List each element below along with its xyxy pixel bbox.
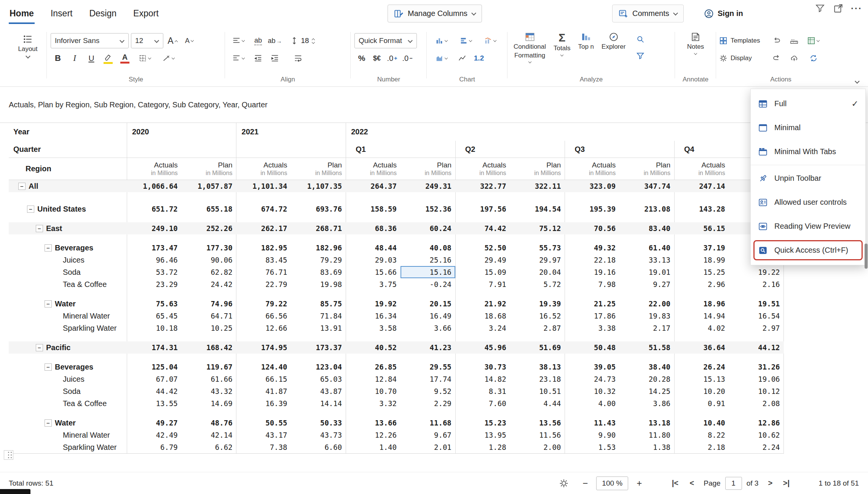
data-cell[interactable]: 55.73 [510,242,565,254]
line-chart-button[interactable] [455,51,469,66]
data-cell[interactable]: 21.25 [565,298,619,310]
data-cell[interactable]: 75.63 [127,298,182,310]
underline-button[interactable]: U [84,51,99,66]
vertical-scrollbar[interactable] [865,244,868,269]
quarter-header[interactable]: Q3 [565,141,674,158]
layout-button[interactable]: Layout [9,34,47,59]
data-cell[interactable]: 693.76 [291,203,346,215]
table-drag-handle[interactable] [4,450,13,460]
data-cell[interactable]: 4.02 [674,322,729,334]
data-cell[interactable]: 15.13 [674,373,729,385]
data-cell[interactable]: 3.32 [346,397,400,410]
data-cell[interactable]: 125.04 [127,361,182,373]
data-cell[interactable]: 119.67 [182,361,236,373]
data-cell[interactable]: 15.66 [346,266,400,278]
data-cell[interactable]: 44.12 [729,341,784,354]
data-cell[interactable]: 2.96 [674,278,729,290]
data-cell[interactable]: 74.42 [455,222,510,234]
column-header-plan[interactable]: Planin Millions [510,158,565,180]
table-settings-button[interactable] [557,476,571,491]
data-cell[interactable]: 252.26 [182,222,236,234]
row-label[interactable]: Juices [9,256,127,265]
font-size-select[interactable]: 12 [131,33,163,48]
data-cell[interactable]: 7.60 [455,397,510,410]
collapse-toggle-icon[interactable]: − [45,244,52,252]
data-cell[interactable]: 41.23 [400,341,455,354]
data-cell[interactable]: 37.19 [674,242,729,254]
row-label[interactable]: −Beverages [9,244,127,252]
data-cell[interactable]: 249.31 [400,180,455,192]
data-cell[interactable]: 247.14 [674,180,729,192]
data-cell[interactable]: 29.55 [400,361,455,373]
data-cell[interactable]: 43.73 [291,429,346,441]
data-cell[interactable]: 19.16 [565,266,619,278]
menu-item-full[interactable]: Full✓ [751,92,865,116]
data-cell[interactable]: 18.68 [455,310,510,322]
data-cell[interactable]: 177.30 [182,242,236,254]
data-cell[interactable]: 18.96 [674,298,729,310]
data-cell[interactable]: 16.49 [400,310,455,322]
data-cell[interactable]: 322.77 [455,180,510,192]
conditional-formatting-button[interactable]: Conditional Formatting [510,32,550,64]
open-in-new-window-icon[interactable] [832,2,844,14]
previous-page-button[interactable]: < [685,476,699,491]
data-cell[interactable]: 14.82 [455,373,510,385]
data-cell[interactable]: 40.08 [400,242,455,254]
data-cell[interactable]: 16.34 [346,310,400,322]
data-cell[interactable]: 12.66 [236,322,291,334]
data-cell[interactable]: 9.90 [565,429,619,441]
highlight-color-button[interactable] [101,51,115,66]
data-cell[interactable]: 655.18 [182,203,236,215]
data-cell[interactable]: 262.17 [236,222,291,234]
data-cell[interactable]: 43.32 [182,385,236,397]
last-page-button[interactable]: >| [779,476,793,491]
data-cell[interactable]: 16.39 [236,397,291,410]
row-label[interactable]: Soda [9,268,127,277]
zoom-level-display[interactable]: 100 % [596,476,628,490]
search-button[interactable] [633,33,648,45]
data-cell[interactable]: 24.42 [182,278,236,290]
column-header-actuals[interactable]: Actualsin Millions [674,158,729,180]
collapse-toggle-icon[interactable]: − [36,225,43,232]
data-cell[interactable]: 19.92 [346,298,400,310]
data-cell[interactable]: 197.56 [455,203,510,215]
data-cell[interactable]: 50.48 [565,341,619,354]
data-cell[interactable]: 29.03 [346,254,400,266]
data-cell[interactable]: 74.96 [182,298,236,310]
explorer-button[interactable]: Explorer [598,32,629,51]
row-label[interactable]: Mineral Water [9,431,127,440]
data-cell[interactable]: 3.58 [346,322,400,334]
data-cell[interactable]: 12.84 [346,373,400,385]
data-cell[interactable]: 48.76 [182,417,236,429]
data-cell[interactable]: 38.40 [619,361,674,373]
sign-in-button[interactable]: Sign in [704,5,743,22]
data-cell[interactable]: 143.28 [674,203,729,215]
data-cell[interactable]: 38.13 [510,361,565,373]
wrap-text-button[interactable] [284,51,312,66]
row-label[interactable]: Juices [9,375,127,384]
export-table-button[interactable] [803,33,824,48]
data-cell[interactable]: 10.70 [346,385,400,397]
data-cell[interactable]: 60.24 [400,222,455,234]
data-cell[interactable]: 6.79 [127,441,182,453]
data-cell[interactable]: 66.56 [236,310,291,322]
page-input[interactable]: 1 [725,477,742,490]
refresh-button[interactable] [803,51,824,66]
data-cell[interactable]: 17.74 [400,373,455,385]
percent-format-button[interactable]: % [354,51,369,66]
data-cell[interactable]: 68.36 [346,222,400,234]
data-cell[interactable]: 16.52 [510,310,565,322]
data-cell[interactable]: 18.99 [674,254,729,266]
data-cell[interactable]: 19.01 [619,266,674,278]
data-cell[interactable]: 50.55 [236,417,291,429]
comments-button[interactable]: Comments [612,5,684,22]
data-cell[interactable]: 19.51 [729,298,784,310]
manage-columns-button[interactable]: Manage Columns [388,5,482,22]
data-cell[interactable]: 11.56 [510,429,565,441]
data-cell[interactable]: 194.54 [510,203,565,215]
data-cell[interactable]: 49.27 [127,417,182,429]
data-cell[interactable]: 15.09 [455,266,510,278]
data-cell[interactable]: 15.23 [455,417,510,429]
column-header-plan[interactable]: Planin Millions [291,158,346,180]
data-cell[interactable]: 23.29 [127,278,182,290]
